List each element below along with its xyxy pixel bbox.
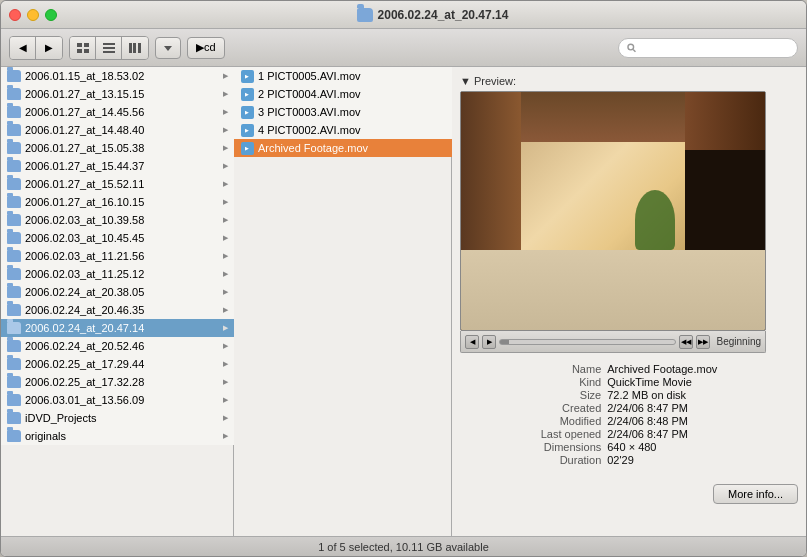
left-pane-item[interactable]: 2006.02.24_at_20.38.05▶: [1, 283, 234, 301]
forward-button[interactable]: ▶: [36, 37, 62, 59]
minimize-button[interactable]: [27, 9, 39, 21]
list-view-button[interactable]: [96, 37, 122, 59]
left-pane-item[interactable]: 2006.01.27_at_16.10.15▶: [1, 193, 234, 211]
video-controls: ◀ ▶ ◀◀ ▶▶ Beginning: [460, 331, 766, 353]
titlebar: 2006.02.24_at_20.47.14: [1, 1, 806, 29]
icon-view-button[interactable]: [70, 37, 96, 59]
search-box[interactable]: [618, 38, 798, 58]
chevron-right-icon: ▶: [223, 72, 228, 80]
name-label: Name: [460, 363, 601, 375]
svg-rect-0: [77, 43, 82, 47]
close-button[interactable]: [9, 9, 21, 21]
folder-icon: [357, 8, 373, 22]
file-icon: [240, 141, 254, 155]
playback-position: Beginning: [717, 336, 761, 347]
created-label: Created: [460, 402, 601, 414]
video-floor: [461, 250, 765, 330]
file-icon: [240, 69, 254, 83]
left-pane: 2006.01.15_at_18.53.02▶2006.01.27_at_13.…: [1, 67, 234, 445]
dimensions-label: Dimensions: [460, 441, 601, 453]
left-pane-item[interactable]: 2006.01.15_at_18.53.02▶: [1, 67, 234, 85]
maximize-button[interactable]: [45, 9, 57, 21]
titlebar-buttons: [9, 9, 57, 21]
svg-line-12: [633, 49, 635, 51]
left-pane-item[interactable]: 2006.01.27_at_15.52.11▶: [1, 175, 234, 193]
toolbar: ◀ ▶ ▶cd: [1, 29, 806, 67]
playback-slider[interactable]: [499, 339, 676, 345]
left-pane-item[interactable]: 2006.02.03_at_11.25.12▶: [1, 265, 234, 283]
left-pane-item[interactable]: 2006.02.24_at_20.47.14▶: [1, 319, 234, 337]
left-pane-item[interactable]: 2006.03.01_at_13.56.09▶: [1, 391, 234, 409]
file-item[interactable]: 1 PICT0005.AVI.mov: [234, 67, 452, 85]
video-plant: [635, 190, 675, 250]
chevron-right-icon: ▶: [223, 270, 228, 278]
right-pane: ▼ Preview: ◀ ▶ ◀◀ ▶▶ Beginning: [452, 67, 806, 536]
file-item-label: 1 PICT0005.AVI.mov: [258, 70, 361, 82]
left-pane-item[interactable]: 2006.02.24_at_20.52.46▶: [1, 337, 234, 355]
chevron-right-icon: ▶: [223, 432, 228, 440]
column-view-button[interactable]: [122, 37, 148, 59]
file-item[interactable]: 4 PICT0002.AVI.mov: [234, 121, 452, 139]
left-pane-item[interactable]: 2006.02.03_at_10.45.45▶: [1, 229, 234, 247]
left-pane-item[interactable]: 2006.01.27_at_13.15.15▶: [1, 85, 234, 103]
dir-item-label: iDVD_Projects: [25, 412, 223, 424]
left-pane-item[interactable]: 2006.01.27_at_14.48.40▶: [1, 121, 234, 139]
left-pane-item[interactable]: 2006.02.24_at_20.46.35▶: [1, 301, 234, 319]
name-value: Archived Footage.mov: [607, 363, 798, 375]
dir-item-label: 2006.01.27_at_15.52.11: [25, 178, 223, 190]
left-pane-item[interactable]: 2006.02.03_at_10.39.58▶: [1, 211, 234, 229]
folder-icon: [7, 412, 21, 424]
step-back-button[interactable]: ◀◀: [679, 335, 693, 349]
file-info: Name Archived Footage.mov Kind QuickTime…: [460, 363, 798, 466]
left-pane-item[interactable]: iDVD_Projects▶: [1, 409, 234, 427]
chevron-right-icon: ▶: [223, 198, 228, 206]
chevron-right-icon: ▶: [223, 324, 228, 332]
action-button[interactable]: [155, 37, 181, 59]
file-item-label: 2 PICT0004.AVI.mov: [258, 88, 361, 100]
kind-value: QuickTime Movie: [607, 376, 798, 388]
size-label: Size: [460, 389, 601, 401]
svg-rect-1: [84, 43, 89, 47]
chevron-right-icon: ▶: [223, 414, 228, 422]
file-item[interactable]: 3 PICT0003.AVI.mov: [234, 103, 452, 121]
finder-window: 2006.02.24_at_20.47.14 ◀ ▶ ▶cd: [0, 0, 807, 557]
content-area: 2006.01.15_at_18.53.02▶2006.01.27_at_13.…: [1, 67, 806, 536]
file-item[interactable]: 2 PICT0004.AVI.mov: [234, 85, 452, 103]
folder-icon: [7, 286, 21, 298]
left-pane-item[interactable]: originals▶: [1, 427, 234, 445]
status-bar: 1 of 5 selected, 10.11 GB available: [1, 536, 806, 556]
dir-item-label: 2006.02.03_at_10.45.45: [25, 232, 223, 244]
left-pane-item[interactable]: 2006.02.03_at_11.21.56▶: [1, 247, 234, 265]
left-pane-item[interactable]: 2006.01.27_at_15.44.37▶: [1, 157, 234, 175]
video-scene: [461, 92, 765, 330]
dir-item-label: 2006.01.15_at_18.53.02: [25, 70, 223, 82]
folder-icon: [7, 394, 21, 406]
play-forward-button[interactable]: ▶: [482, 335, 496, 349]
dir-item-label: 2006.02.24_at_20.38.05: [25, 286, 223, 298]
dir-item-label: 2006.01.27_at_15.44.37: [25, 160, 223, 172]
folder-icon: [7, 70, 21, 82]
folder-icon: [7, 196, 21, 208]
dir-item-label: 2006.02.25_at_17.29.44: [25, 358, 223, 370]
folder-icon: [7, 178, 21, 190]
left-pane-item[interactable]: 2006.02.25_at_17.29.44▶: [1, 355, 234, 373]
cd-button[interactable]: ▶cd: [187, 37, 225, 59]
folder-icon: [7, 268, 21, 280]
search-icon: [627, 43, 636, 53]
chevron-right-icon: ▶: [223, 162, 228, 170]
svg-rect-4: [103, 43, 115, 45]
left-pane-item[interactable]: 2006.02.25_at_17.32.28▶: [1, 373, 234, 391]
left-pane-item[interactable]: 2006.01.27_at_14.45.56▶: [1, 103, 234, 121]
folder-icon: [7, 160, 21, 172]
back-button[interactable]: ◀: [10, 37, 36, 59]
size-value: 72.2 MB on disk: [607, 389, 798, 401]
file-item[interactable]: Archived Footage.mov: [234, 139, 452, 157]
dir-item-label: 2006.03.01_at_13.56.09: [25, 394, 223, 406]
left-pane-item[interactable]: 2006.01.27_at_15.05.38▶: [1, 139, 234, 157]
search-input[interactable]: [636, 42, 789, 54]
play-button[interactable]: ◀: [465, 335, 479, 349]
step-forward-button[interactable]: ▶▶: [696, 335, 710, 349]
svg-rect-2: [77, 49, 82, 53]
svg-rect-6: [103, 51, 115, 53]
more-info-button[interactable]: More info...: [713, 484, 798, 504]
